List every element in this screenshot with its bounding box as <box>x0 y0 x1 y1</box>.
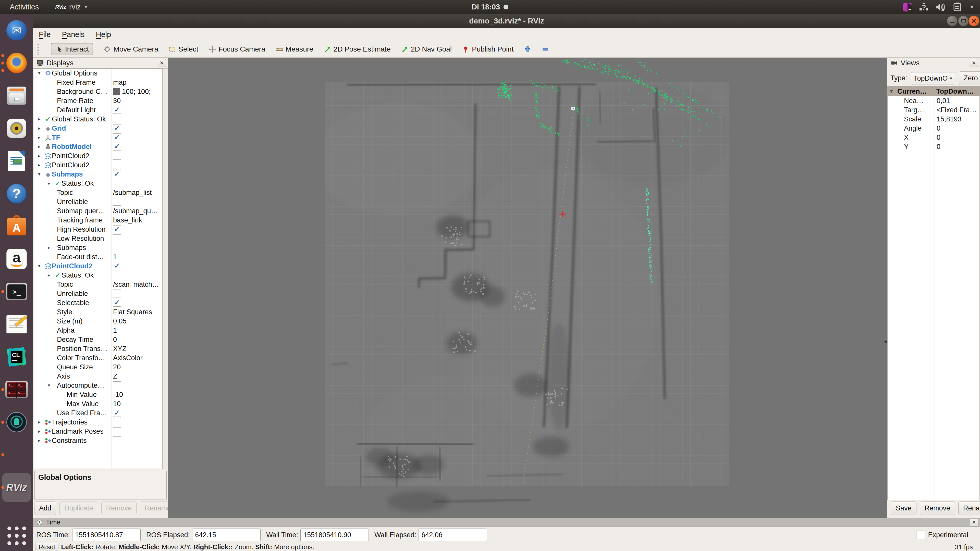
display-row-tf[interactable]: ▸TF✓ <box>33 133 162 142</box>
property-value[interactable]: Z <box>113 372 118 381</box>
system-tray[interactable]: ? ▼ <box>902 0 974 14</box>
tool-measure[interactable]: Measure <box>275 45 313 53</box>
property-value[interactable]: 0,05 <box>113 317 127 326</box>
display-row-selectable[interactable]: Selectable✓ <box>33 298 162 307</box>
checkbox[interactable]: ✓ <box>113 170 121 178</box>
maximize-button[interactable] <box>958 16 969 26</box>
dock-item-rviz[interactable]: RViz <box>0 471 33 504</box>
checkbox[interactable] <box>113 381 121 389</box>
property-value[interactable]: 0 <box>937 142 940 151</box>
property-value[interactable]: /submap_qu… <box>113 206 158 216</box>
display-row-submaps[interactable]: ▾◆Submaps✓ <box>33 170 162 179</box>
checkbox[interactable] <box>113 161 121 169</box>
expander-icon[interactable]: ▸ <box>48 243 50 252</box>
zero-button[interactable]: Zero <box>959 71 980 85</box>
clock[interactable]: Di 18:03 <box>472 0 508 14</box>
display-row-pointcloud2[interactable]: ▸PointCloud2 <box>33 151 162 160</box>
display-row-alpha[interactable]: Alpha1 <box>33 326 162 335</box>
display-row-low-resolution[interactable]: Low Resolution <box>33 234 162 243</box>
display-row-max-value[interactable]: Max Value10 <box>33 399 162 408</box>
rename-button[interactable]: Rename <box>958 502 980 515</box>
property-value[interactable]: 1 <box>113 326 117 335</box>
property-value[interactable]: 100; 100; <box>113 87 151 96</box>
tool-2d-nav-goal[interactable]: 2D Nav Goal <box>401 45 452 53</box>
display-row-autocompute[interactable]: ▾Autocompute… <box>33 381 162 390</box>
checkbox[interactable] <box>113 289 121 297</box>
dock-item-text-editor[interactable] <box>0 308 33 341</box>
checkbox[interactable] <box>113 152 121 160</box>
add-button[interactable]: Add <box>34 502 56 515</box>
property-value[interactable]: 0 <box>113 335 117 344</box>
checkbox[interactable] <box>113 198 121 206</box>
close-panel-icon[interactable]: ✕ <box>970 518 978 527</box>
display-row-axis[interactable]: AxisZ <box>33 372 162 381</box>
display-row-pointcloud2[interactable]: ▾PointCloud2✓ <box>33 262 162 271</box>
current-view-row[interactable]: ▾ Curren… TopDown… <box>888 86 980 96</box>
dock-item-terminator[interactable]: >_>_>_>_ <box>0 373 33 406</box>
dock-item-clion-2[interactable] <box>0 438 33 471</box>
property-value[interactable]: 10 <box>113 399 121 408</box>
view-prop-angle[interactable]: Angle0 <box>888 124 980 133</box>
checkbox[interactable] <box>113 437 121 445</box>
display-row-queue-size[interactable]: Queue Size20 <box>33 362 162 372</box>
dock-item-app-grid[interactable] <box>0 520 33 551</box>
display-row-constraints[interactable]: ▸Constraints <box>33 436 162 445</box>
dock-item-terminal[interactable]: >_ <box>0 275 33 308</box>
minimize-button[interactable] <box>947 16 958 26</box>
expander-icon[interactable]: ▾ <box>38 170 41 179</box>
checkbox[interactable]: ✓ <box>113 299 121 306</box>
checkbox[interactable]: ✓ <box>113 143 121 151</box>
property-value[interactable]: /submap_list <box>113 188 152 197</box>
experimental-toggle[interactable]: Experimental <box>916 530 968 539</box>
display-row-topic[interactable]: Topic/submap_list <box>33 188 162 197</box>
display-row-decay-time[interactable]: Decay Time0 <box>33 335 162 344</box>
property-value[interactable]: 20 <box>113 362 121 372</box>
display-row-status-ok[interactable]: ▸✓Status: Ok <box>33 179 162 188</box>
display-row-default-light[interactable]: Default Light✓ <box>33 105 162 114</box>
display-row-size-m[interactable]: Size (m)0,05 <box>33 317 162 326</box>
display-row-robotmodel[interactable]: ▸RobotModel✓ <box>33 142 162 151</box>
ros-elapsed-input[interactable] <box>192 529 261 541</box>
expander-icon[interactable]: ▾ <box>38 68 41 78</box>
tool-select[interactable]: Select <box>169 45 198 53</box>
dock-item-ubuntu-software[interactable]: A <box>0 210 33 243</box>
view-prop-nea[interactable]: Nea…0,01 <box>888 96 980 105</box>
expander-icon[interactable]: ▾ <box>890 86 893 96</box>
network-question-icon[interactable]: ? <box>919 2 929 12</box>
experimental-checkbox[interactable] <box>916 530 925 539</box>
property-value[interactable]: Flat Squares <box>113 307 152 317</box>
save-button[interactable]: Save <box>891 502 916 515</box>
checkbox[interactable]: ✓ <box>113 262 121 270</box>
property-value[interactable]: XYZ <box>113 344 127 353</box>
expander-icon[interactable]: ▸ <box>38 133 41 142</box>
dock-item-thunderbird[interactable]: ✉ <box>0 14 33 47</box>
expander-icon[interactable]: ▸ <box>48 179 50 188</box>
toolbar-drag-handle[interactable] <box>37 44 39 55</box>
view-prop-scale[interactable]: Scale15,8193 <box>888 114 980 124</box>
tool-plus-tool[interactable] <box>524 45 531 53</box>
3d-viewport[interactable]: ‚ ◂ <box>168 58 887 518</box>
view-type-select[interactable]: TopDownO▼ <box>911 72 955 84</box>
titlebar[interactable]: demo_3d.rviz* - RViz ✕ <box>33 14 980 28</box>
view-prop-targ[interactable]: Targ…<Fixed Fra… <box>888 105 980 114</box>
checkbox[interactable]: ✓ <box>113 225 121 233</box>
display-row-background-c[interactable]: Background C…100; 100; <box>33 87 162 96</box>
dock-item-amazon[interactable]: a <box>0 243 33 275</box>
display-row-tracking-frame[interactable]: Tracking framebase_link <box>33 216 162 225</box>
toolbox-icon[interactable] <box>902 2 913 12</box>
property-value[interactable]: base_link <box>113 216 142 225</box>
property-value[interactable]: AxisColor <box>113 353 143 362</box>
checkbox[interactable] <box>113 418 121 426</box>
tool-2d-pose-estimate[interactable]: 2D Pose Estimate <box>324 45 391 53</box>
tool-minus-tool[interactable] <box>542 45 549 53</box>
checkbox[interactable]: ✓ <box>113 133 121 141</box>
displays-scrollbar[interactable] <box>162 68 168 469</box>
ros-time-input[interactable] <box>72 529 141 541</box>
menu-panels[interactable]: Panels <box>62 30 85 39</box>
tool-move-camera[interactable]: Move Camera <box>103 45 158 53</box>
expander-icon[interactable]: ▸ <box>38 114 41 124</box>
dock-item-clion[interactable]: CL <box>0 341 33 373</box>
display-row-submap-quer[interactable]: Submap quer…/submap_qu… <box>33 206 162 216</box>
wall-time-input[interactable] <box>301 529 369 541</box>
expander-icon[interactable]: ▸ <box>38 436 41 445</box>
